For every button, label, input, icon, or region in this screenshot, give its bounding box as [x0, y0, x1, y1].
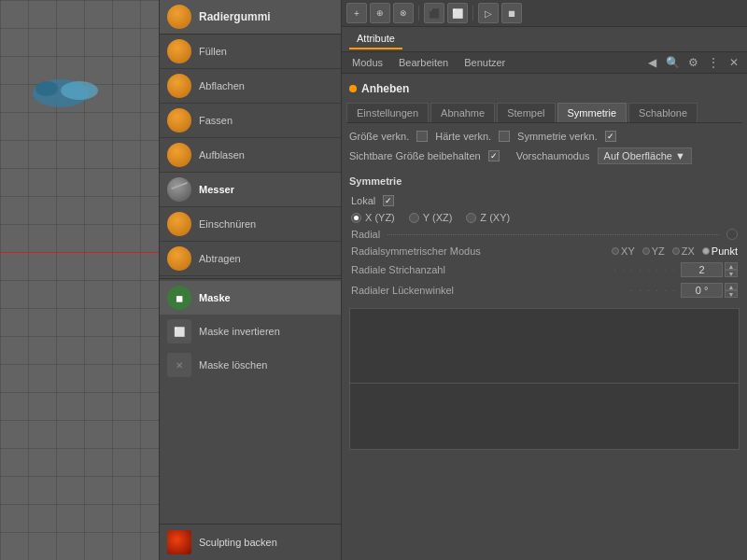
section-header-anheben: Anheben — [346, 78, 742, 99]
sidebar-header-title: Radiergummi — [199, 10, 271, 23]
sidebar-action-maske-invertieren[interactable]: ⬜ Maske invertieren — [160, 315, 341, 348]
sidebar-action-label: Maske invertieren — [199, 326, 280, 337]
sidebar-item-fassen[interactable]: Fassen — [160, 104, 341, 138]
subtab-stempel[interactable]: Stempel — [497, 103, 555, 122]
sidebar-item-abflachen[interactable]: Abflachen — [160, 69, 341, 104]
sichtbare-label: Sichtbare Größe beibehalten — [349, 150, 481, 161]
z-xy-radio[interactable] — [466, 213, 476, 223]
settings-icon[interactable]: ⚙ — [684, 54, 701, 71]
symmetrie-section: Symmetrie Lokal X (YZ) Y (XZ) — [346, 173, 742, 450]
symmetrie-checkbox[interactable] — [605, 131, 616, 142]
x-yz-radio[interactable] — [351, 213, 361, 223]
radiale-strich-input[interactable] — [681, 262, 723, 277]
chevron-left-icon[interactable]: ◀ — [643, 54, 660, 71]
abtragen-icon — [167, 246, 191, 271]
radial-modus-row: Radialsymmetrischer Modus XY YZ ZX Punkt — [346, 243, 742, 259]
toolbar-btn-4[interactable]: ⬛ — [424, 3, 444, 23]
symmetrie-title: Symmetrie — [346, 173, 742, 189]
haerte-checkbox[interactable] — [499, 131, 510, 142]
attribute-tab: Attribute — [342, 27, 747, 52]
dotted-line — [388, 234, 719, 235]
x-yz-label[interactable]: X (YZ) — [351, 212, 395, 223]
sidebar: Radiergummi Füllen Abflachen Fassen Aufb… — [159, 0, 341, 560]
radial-row: Radial — [346, 226, 742, 243]
spin-down-2[interactable]: ▼ — [725, 290, 738, 298]
maske-loeschen-icon: ✕ — [167, 353, 191, 377]
mode-opt-punkt[interactable]: Punkt — [702, 245, 738, 257]
haerte-label: Härte verkn. — [435, 131, 491, 142]
toolbar-btn-7[interactable]: ⏹ — [501, 3, 522, 23]
toolbar-btn-2[interactable]: ⊕ — [370, 3, 390, 23]
radial-modus-options: XY YZ ZX Punkt — [612, 245, 738, 257]
menu-item-modus[interactable]: Modus — [346, 54, 388, 71]
subtab-schablone[interactable]: Schablone — [628, 103, 698, 122]
sidebar-item-einschnueren[interactable]: Einschnüren — [160, 207, 341, 242]
messer-icon — [167, 177, 191, 202]
sidebar-action-label: Maske löschen — [199, 359, 267, 371]
menu-item-bearbeiten[interactable]: Bearbeiten — [393, 54, 454, 71]
number-spinner-2: ▲ ▼ — [725, 283, 738, 298]
radial-checkbox[interactable] — [726, 229, 738, 240]
sidebar-action-maske[interactable]: ◼ Maske — [160, 281, 341, 315]
lokal-checkbox[interactable] — [383, 195, 394, 206]
toolbar-btn-6[interactable]: ▷ — [478, 3, 499, 23]
sculpting-backen-button[interactable]: Sculpting backen — [160, 524, 341, 560]
xyz-radio-row: X (YZ) Y (XZ) Z (XY) — [346, 209, 742, 226]
symmetrie-label: Symmetrie verkn. — [517, 131, 598, 142]
menu-item-benutzer[interactable]: Benutzer — [458, 54, 511, 71]
mode-opt-zx[interactable]: ZX — [672, 245, 695, 257]
lokal-label: Lokal — [351, 195, 375, 206]
einschnueren-icon — [167, 212, 191, 236]
radial-modus-label: Radialsymmetrischer Modus — [351, 245, 481, 257]
y-xz-text: Y (XZ) — [423, 212, 453, 223]
sidebar-item-aufblasen[interactable]: Aufblasen — [160, 138, 341, 173]
mode-opt-xy[interactable]: XY — [612, 245, 635, 257]
sidebar-item-abtragen[interactable]: Abtragen — [160, 242, 341, 276]
sidebar-item-label: Messer — [199, 184, 234, 195]
radiale-strich-row: Radiale Strichanzahl · · · · · · · · ▲ ▼ — [346, 259, 742, 280]
sidebar-item-messer[interactable]: Messer — [160, 173, 341, 207]
z-xy-text: Z (XY) — [480, 212, 510, 223]
sidebar-item-fuellen[interactable]: Füllen — [160, 35, 341, 69]
tab-attribute[interactable]: Attribute — [349, 29, 402, 49]
y-xz-radio[interactable] — [409, 213, 419, 223]
number-dots-2: · · · · · · — [630, 286, 677, 295]
sidebar-action-maske-loeschen[interactable]: ✕ Maske löschen — [160, 348, 341, 382]
sidebar-action-label: Maske — [199, 292, 231, 303]
viewport[interactable] — [0, 0, 159, 560]
toolbar-btn-add[interactable]: + — [346, 3, 367, 23]
number-spinner-1: ▲ ▼ — [725, 262, 738, 277]
sidebar-item-label: Aufblasen — [199, 149, 245, 161]
vorschau-dropdown[interactable]: Auf Oberfläche ▼ — [598, 147, 692, 164]
sidebar-item-label: Abflachen — [199, 80, 245, 91]
dropdown-arrow-icon: ▼ — [675, 150, 685, 161]
mode-opt-yz[interactable]: YZ — [642, 245, 665, 257]
radialer-luecke-input[interactable] — [681, 283, 723, 298]
subtab-abnahme[interactable]: Abnahme — [430, 103, 495, 122]
y-xz-label[interactable]: Y (XZ) — [409, 212, 453, 223]
section-dot — [349, 85, 357, 92]
subtab-symmetrie[interactable]: Symmetrie — [557, 103, 627, 122]
options-row-1: Größe verkn. Härte verkn. Symmetrie verk… — [346, 128, 742, 145]
search-icon[interactable]: 🔍 — [664, 54, 681, 71]
aufblasen-icon — [167, 143, 191, 167]
sidebar-item-label: Fassen — [199, 115, 233, 126]
radial-label: Radial — [351, 229, 380, 240]
number-dots-1: · · · · · · · · — [613, 265, 677, 274]
z-xy-label[interactable]: Z (XY) — [466, 212, 510, 223]
subtab-einstellungen[interactable]: Einstellungen — [346, 103, 429, 122]
sidebar-divider — [160, 278, 341, 279]
spin-up-2[interactable]: ▲ — [725, 283, 738, 290]
groesse-checkbox[interactable] — [416, 131, 428, 142]
sichtbare-checkbox[interactable] — [488, 150, 500, 161]
close-icon[interactable]: ✕ — [726, 54, 742, 71]
spin-down-1[interactable]: ▼ — [725, 270, 738, 277]
spin-up-1[interactable]: ▲ — [725, 262, 738, 270]
sub-tabs: Einstellungen Abnahme Stempel Symmetrie … — [346, 103, 742, 123]
groesse-label: Größe verkn. — [349, 131, 409, 142]
more-icon[interactable]: ⋮ — [705, 54, 722, 71]
sculpting-backen-label: Sculpting backen — [199, 537, 277, 548]
toolbar-btn-3[interactable]: ⊗ — [393, 3, 414, 23]
toolbar-btn-5[interactable]: ⬜ — [447, 3, 468, 23]
viewport-object — [28, 70, 112, 117]
